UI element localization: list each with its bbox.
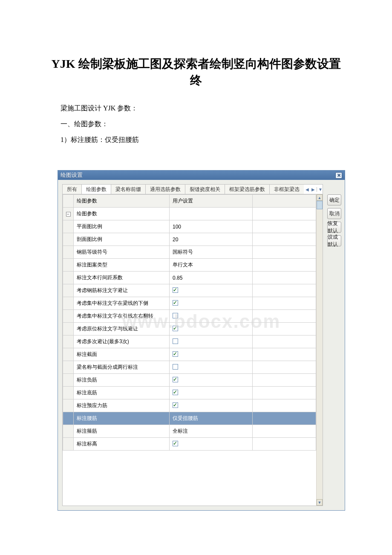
param-label: 标注截面 <box>74 348 170 361</box>
title-line1: YJK 绘制梁板施工图及探索者绘制竖向构件图参数设置 <box>52 57 341 70</box>
param-label: 剖面图比例 <box>74 233 170 246</box>
param-row: 标注截面 <box>63 348 316 361</box>
param-row: 钢筋等级符号 国标符号 <box>63 246 316 259</box>
param-checkbox[interactable] <box>170 297 253 310</box>
param-label: 钢筋等级符号 <box>74 246 170 259</box>
param-row: 考虑集中标注文字在梁线的下侧 <box>63 297 316 310</box>
checkbox-icon <box>173 351 178 357</box>
param-checkbox[interactable] <box>170 284 253 297</box>
param-row-selected: 标注腰筋 仅受扭腰筋 <box>63 412 316 425</box>
param-checkbox[interactable] <box>170 387 253 399</box>
param-checkbox[interactable] <box>170 361 253 374</box>
restore-default-button[interactable]: 恢复默认 <box>327 222 341 233</box>
tree-spacer <box>63 438 74 451</box>
param-row: 考虑多次避让(最多3次) <box>63 335 316 348</box>
grid-header-label: 绘图参数 <box>74 195 170 208</box>
param-row: 梁名称与截面分成两行标注 <box>63 361 316 374</box>
tab-crack-deflect[interactable]: 裂缝挠度相关 <box>185 185 225 194</box>
tab-nav: ◀ ▶ ▼ <box>304 187 323 192</box>
param-value[interactable]: 国标符号 <box>170 246 253 259</box>
param-value[interactable]: 仅受扭腰筋 <box>170 412 253 425</box>
param-value[interactable]: 单行文本 <box>170 259 253 272</box>
param-label: 标注预应力筋 <box>74 399 170 412</box>
scroll-down-arrow[interactable]: ▼ <box>317 499 323 506</box>
param-label: 考虑集中标注文字在梁线的下侧 <box>74 297 170 310</box>
close-button[interactable]: ✕ <box>335 172 342 179</box>
tab-nonframe-beam[interactable]: 非框架梁选 <box>270 185 304 194</box>
param-row: 剖面图比例 20 <box>63 233 316 246</box>
param-checkbox[interactable] <box>170 310 253 323</box>
tab-dropdown-icon[interactable]: ▼ <box>317 187 322 192</box>
param-row: 平面图比例 100 <box>63 220 316 233</box>
cancel-button[interactable]: 取消 <box>327 208 341 219</box>
param-checkbox[interactable] <box>170 374 253 387</box>
param-row: 标注箍筋 全标注 <box>63 425 316 438</box>
checkbox-icon <box>173 300 178 306</box>
checkbox-icon <box>173 338 178 344</box>
param-value[interactable]: 100 <box>170 220 253 233</box>
title-line2: 终 <box>190 74 202 87</box>
set-default-button[interactable]: 设成默认 <box>327 235 341 246</box>
param-label: 考虑集中标注文字在引线左右翻转 <box>74 310 170 323</box>
tree-collapse-icon[interactable]: − <box>66 212 71 217</box>
param-row: 考虑原位标注文字与线避让 <box>63 323 316 335</box>
param-row: 标注标高 <box>63 438 316 451</box>
doc-title: YJK 绘制梁板施工图及探索者绘制竖向构件图参数设置 终 <box>47 55 345 89</box>
param-label: 考虑多次避让(最多3次) <box>74 335 170 348</box>
param-label: 标注箍筋 <box>74 425 170 438</box>
paragraph-1: 梁施工图设计 YJK 参数： <box>47 101 345 115</box>
tab-beam-prefix[interactable]: 梁名称前缀 <box>111 185 146 194</box>
param-checkbox[interactable] <box>170 399 253 412</box>
tab-bar: 所有 绘图参数 梁名称前缀 通用选筋参数 裂缝挠度相关 框架梁选筋参数 非框架梁… <box>62 184 323 194</box>
grid-header-row: 绘图参数 用户设置 <box>63 195 316 208</box>
param-row: 标注文本行间距系数 0.85 <box>63 272 316 284</box>
param-label: 考虑原位标注文字与线避让 <box>74 323 170 335</box>
ok-button[interactable]: 确定 <box>327 194 341 205</box>
grid-header-value: 用户设置 <box>170 195 253 208</box>
grid-tree-row: − 绘图参数 <box>63 208 316 220</box>
param-label: 标注腰筋 <box>74 412 170 425</box>
settings-window: 绘图设置 ✕ 所有 绘图参数 梁名称前缀 通用选筋参数 裂缝挠度相关 框架梁选筋… <box>58 170 345 511</box>
tab-next-icon[interactable]: ▶ <box>311 187 316 192</box>
tab-draw-params[interactable]: 绘图参数 <box>82 185 111 194</box>
tree-row-label[interactable]: 绘图参数 <box>74 208 170 220</box>
checkbox-icon <box>173 326 178 331</box>
param-checkbox[interactable] <box>170 348 253 361</box>
param-label: 平面图比例 <box>74 220 170 233</box>
scroll-thumb[interactable] <box>317 201 323 209</box>
checkbox-icon <box>173 441 178 446</box>
tab-prev-icon[interactable]: ◀ <box>305 187 310 192</box>
checkbox-icon <box>173 364 178 370</box>
param-row: 标注图案类型 单行文本 <box>63 259 316 272</box>
scrollbar: ▲ ▼ <box>316 194 323 506</box>
param-value[interactable]: 全标注 <box>170 425 253 438</box>
param-row: 标注预应力筋 <box>63 399 316 412</box>
param-checkbox[interactable] <box>170 323 253 335</box>
checkbox-icon <box>173 313 178 318</box>
checkbox-icon <box>173 377 178 382</box>
window-title: 绘图设置 <box>61 171 83 179</box>
param-value[interactable]: 20 <box>170 233 253 246</box>
param-row: 标注底筋 <box>63 387 316 399</box>
param-label: 标注底筋 <box>74 387 170 399</box>
param-row: 考虑钢筋标注文字避让 <box>63 284 316 297</box>
tab-frame-beam-rebar[interactable]: 框架梁选筋参数 <box>225 185 270 194</box>
param-row: 标注负筋 <box>63 374 316 387</box>
param-checkbox[interactable] <box>170 438 253 451</box>
param-label: 考虑钢筋标注文字避让 <box>74 284 170 297</box>
parameter-grid: 绘图参数 用户设置 − 绘图参数 平面图比例 <box>62 194 323 506</box>
param-checkbox[interactable] <box>170 335 253 348</box>
tab-common-rebar[interactable]: 通用选筋参数 <box>146 185 185 194</box>
button-panel: 确定 取消 恢复默认 设成默认 <box>327 184 341 506</box>
checkbox-icon <box>173 390 178 395</box>
tab-all[interactable]: 所有 <box>63 185 82 194</box>
param-label: 标注图案类型 <box>74 259 170 272</box>
param-label: 标注标高 <box>74 438 170 451</box>
param-label: 梁名称与截面分成两行标注 <box>74 361 170 374</box>
param-row: 考虑集中标注文字在引线左右翻转 <box>63 310 316 323</box>
param-label: 标注负筋 <box>74 374 170 387</box>
param-value[interactable]: 0.85 <box>170 272 253 284</box>
checkbox-icon <box>173 402 178 408</box>
param-label: 标注文本行间距系数 <box>74 272 170 284</box>
scroll-up-arrow[interactable]: ▲ <box>317 194 323 201</box>
